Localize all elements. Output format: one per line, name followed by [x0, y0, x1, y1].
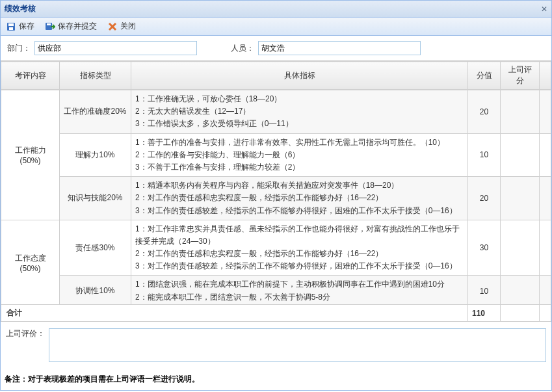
score-cell: 20 [468, 90, 501, 134]
mgr-score-cell[interactable] [501, 90, 540, 134]
close-button[interactable]: 关闭 [107, 21, 136, 32]
comment-label: 上司评价： [6, 328, 45, 339]
comment-area: 上司评价： [1, 322, 551, 369]
th-detail[interactable]: 具体指标 [131, 62, 468, 90]
mgr-score-cell[interactable] [501, 177, 540, 220]
total-row: 合计 110 [1, 305, 551, 322]
detail-cell: 1：团结意识强，能在完成本职工作的前提下，主动积极协调同事在工作中遇到的困难10… [131, 276, 468, 304]
detail-cell: 1：善于工作的准备与安排，进行非常有效率、实用性工作无需上司指示均可胜任。（10… [131, 133, 468, 177]
th-end [540, 62, 551, 90]
score-cell: 20 [468, 177, 501, 220]
save-submit-icon [45, 21, 55, 32]
type-cell: 责任感30% [60, 220, 131, 276]
note-text: 备注：对于表现极差的项目需在上司评语一栏进行说明。 [1, 369, 551, 390]
total-mgr [501, 305, 540, 322]
svg-rect-1 [8, 23, 14, 26]
th-type[interactable]: 指标类型 [60, 62, 131, 90]
dept-label: 部门： [7, 43, 31, 54]
close-button-icon [107, 21, 118, 32]
save-button[interactable]: 保存 [6, 21, 34, 32]
mgr-score-cell[interactable] [501, 133, 540, 177]
total-label: 合计 [1, 305, 468, 322]
svg-rect-2 [9, 27, 13, 30]
category-cell: 工作能力(50%) [1, 90, 60, 220]
grid: 考评内容 指标类型 具体指标 分值 上司评分 工作能力(50%)工作的准确度20… [1, 60, 551, 322]
type-cell: 工作的准确度20% [60, 90, 131, 134]
mgr-score-cell[interactable] [501, 220, 540, 276]
table-row[interactable]: 工作能力(50%)工作的准确度20%1：工作准确无误，可放心委任（18—20）2… [1, 90, 551, 134]
save-label: 保存 [19, 21, 34, 32]
person-label: 人员： [231, 43, 254, 54]
category-cell: 工作态度(50%) [1, 220, 60, 304]
score-cell: 30 [468, 220, 501, 276]
window: 绩效考核 ✕ 保存 保存并提交 关闭 部门： 人员： 考评 [0, 0, 552, 391]
table-row[interactable]: 工作态度(50%)责任感30%1：对工作非常忠实并具责任感、虽未经指示的工作也能… [1, 220, 551, 276]
form-row: 部门： 人员： [1, 36, 551, 60]
comment-textarea[interactable] [49, 328, 546, 362]
save-icon [6, 21, 16, 32]
close-icon[interactable]: ✕ [541, 5, 547, 14]
detail-cell: 1：精通本职务内有关程序与内容，能采取有关措施应对突发事件（18—20）2：对工… [131, 177, 468, 220]
close-label: 关闭 [120, 21, 136, 32]
assessment-table: 考评内容 指标类型 具体指标 分值 上司评分 [1, 61, 551, 90]
type-cell: 知识与技能20% [60, 177, 131, 220]
table-row[interactable]: 知识与技能20%1：精通本职务内有关程序与内容，能采取有关措施应对突发事件（18… [1, 177, 551, 220]
score-cell: 10 [468, 276, 501, 304]
person-input[interactable] [258, 41, 421, 55]
titlebar: 绩效考核 ✕ [1, 1, 551, 18]
svg-rect-4 [47, 23, 51, 25]
save-submit-button[interactable]: 保存并提交 [45, 21, 97, 32]
save-submit-label: 保存并提交 [58, 21, 97, 32]
grid-body: 工作能力(50%)工作的准确度20%1：工作准确无误，可放心委任（18—20）2… [1, 90, 551, 304]
th-score[interactable]: 分值 [468, 62, 501, 90]
dept-input[interactable] [34, 41, 197, 55]
detail-cell: 1：对工作非常忠实并具责任感、虽未经指示的工作也能办得很好，对富有挑战性的工作也… [131, 220, 468, 276]
type-cell: 理解力10% [60, 133, 131, 177]
total-value: 110 [468, 305, 501, 322]
detail-cell: 1：工作准确无误，可放心委任（18—20）2：无太大的错误发生（12—17）3：… [131, 90, 468, 134]
table-row[interactable]: 理解力10%1：善于工作的准备与安排，进行非常有效率、实用性工作无需上司指示均可… [1, 133, 551, 177]
type-cell: 协调性10% [60, 276, 131, 304]
mgr-score-cell[interactable] [501, 276, 540, 304]
table-row[interactable]: 协调性10%1：团结意识强，能在完成本职工作的前提下，主动积极协调同事在工作中遇… [1, 276, 551, 304]
th-mgr-score[interactable]: 上司评分 [501, 62, 540, 90]
window-title: 绩效考核 [5, 3, 36, 14]
toolbar: 保存 保存并提交 关闭 [1, 18, 551, 36]
th-category[interactable]: 考评内容 [1, 62, 60, 90]
score-cell: 10 [468, 133, 501, 177]
